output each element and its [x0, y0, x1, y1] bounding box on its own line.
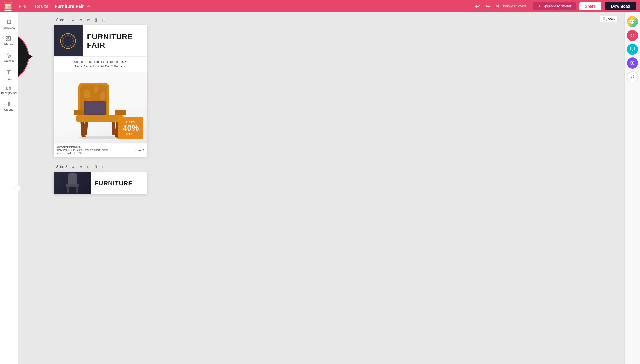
slide-delete-button[interactable]: 🗑: [93, 17, 99, 23]
upload-label: Upload: [4, 108, 13, 112]
footer-address: www.furniturefair.com Marylebone Trade C…: [57, 146, 108, 155]
slide-1-label: Slide 1: [56, 18, 67, 22]
svg-point-7: [84, 90, 90, 98]
reset-button[interactable]: ↺: [627, 71, 638, 82]
svg-rect-22: [68, 173, 77, 184]
logo-bubble-container: Add a logo: [18, 32, 29, 81]
upgrade-button[interactable]: ★ Upgrade to starter: [533, 2, 576, 10]
document-title: Furniture Fair: [55, 4, 84, 9]
slide2-duplicate-button[interactable]: ⧉: [86, 164, 91, 170]
reset-icon: ↺: [630, 74, 634, 80]
templates-icon: ⊞: [7, 19, 11, 25]
slide-header-section: FURNITURE FAIR: [54, 26, 147, 56]
slide-2-canvas[interactable]: FURNITURE: [54, 172, 147, 194]
slide-logo-circle: [60, 33, 76, 49]
sidebar-right: ↺: [624, 12, 640, 364]
sidebar-item-templates[interactable]: ⊞ Templates: [1, 16, 17, 32]
smart-resize-button[interactable]: [627, 44, 638, 55]
discount-off: OFF!: [123, 132, 139, 136]
svg-rect-31: [633, 34, 634, 35]
svg-point-29: [633, 21, 634, 22]
slide2-add-button[interactable]: ⊞: [101, 164, 107, 170]
slide2-dark-panel: [54, 172, 91, 194]
sidebar-collapse-button[interactable]: ›: [15, 185, 21, 191]
undo-button[interactable]: ↩: [473, 2, 482, 11]
color-palette-button[interactable]: [627, 16, 638, 27]
slide-logo-area[interactable]: [54, 26, 83, 56]
svg-rect-1: [8, 4, 11, 6]
redo-button[interactable]: ↪: [484, 2, 492, 11]
svg-rect-3: [8, 6, 11, 9]
sidebar-item-objects[interactable]: ◎ Objects: [1, 50, 17, 65]
svg-point-26: [631, 21, 631, 22]
slide-logo-inner: [63, 36, 74, 46]
photos-label: Photos: [4, 42, 13, 46]
svg-rect-32: [631, 36, 632, 37]
discount-percent: 40%: [123, 124, 139, 132]
slide-duplicate-button[interactable]: ⧉: [86, 17, 91, 23]
svg-rect-0: [5, 4, 8, 6]
slide-main-title: FURNITURE FAIR: [87, 32, 133, 49]
svg-point-28: [633, 20, 633, 21]
download-button[interactable]: Download: [605, 2, 636, 10]
edit-title-icon[interactable]: ✏: [87, 4, 91, 9]
svg-rect-13: [115, 110, 126, 115]
footer-website: www.furniturefair.com: [57, 146, 108, 148]
ai-design-button[interactable]: [627, 58, 638, 68]
sidebar-left: ⊞ Templates 🖼 Photos ◎ Objects T Text BG…: [0, 12, 18, 364]
twitter-icon[interactable]: 𝕏: [134, 148, 136, 152]
upload-icon: ⬆: [7, 101, 11, 107]
text-icon: T: [7, 69, 11, 76]
app-logo[interactable]: [4, 2, 13, 11]
sidebar-item-text[interactable]: T Text: [1, 66, 17, 83]
slide2-down-button[interactable]: ▼: [78, 164, 85, 170]
photos-icon: 🖼: [6, 36, 12, 42]
footer-social: 𝕏 in f: [134, 148, 144, 152]
slide2-delete-button[interactable]: 🗑: [93, 164, 99, 170]
svg-point-27: [631, 20, 632, 21]
slide-image-section[interactable]: UPTO 40% OFF!: [54, 72, 147, 143]
slide-2-header: Slide 2 ▲ ▼ ⧉ 🗑 ⊞: [27, 164, 615, 170]
slide-up-button[interactable]: ▲: [70, 17, 77, 23]
slide-2-section: Slide 2 ▲ ▼ ⧉ 🗑 ⊞: [27, 164, 615, 194]
facebook-icon[interactable]: f: [143, 148, 144, 152]
sidebar-item-background[interactable]: BG Background: [1, 84, 17, 97]
svg-rect-30: [631, 34, 632, 35]
slide-1-header: Slide 1 ▲ ▼ ⧉ 🗑 ⊞: [27, 17, 615, 23]
slide2-up-button[interactable]: ▲: [70, 164, 77, 170]
slide-add-button[interactable]: ⊞: [101, 17, 107, 23]
file-menu[interactable]: File: [16, 2, 29, 10]
slide-down-button[interactable]: ▼: [78, 17, 85, 23]
brand-kit-button[interactable]: [627, 30, 638, 41]
svg-rect-33: [633, 36, 634, 37]
svg-rect-18: [112, 122, 115, 135]
zoom-indicator: 🔍 50%: [600, 16, 618, 22]
add-logo-bubble[interactable]: Add a logo: [18, 32, 29, 81]
sidebar-item-photos[interactable]: 🖼 Photos: [1, 33, 17, 48]
slide-1-canvas[interactable]: FURNITURE FAIR Upgrade Your Home Furnitu…: [54, 26, 147, 157]
discount-badge: UPTO 40% OFF!: [118, 117, 143, 139]
objects-label: Objects: [4, 59, 14, 62]
sidebar-item-upload[interactable]: ⬆ Upload: [1, 98, 17, 114]
svg-rect-23: [66, 184, 79, 187]
slide-title-area: FURNITURE FAIR: [83, 26, 147, 56]
star-icon: ★: [538, 4, 541, 9]
svg-rect-12: [74, 110, 85, 115]
svg-rect-24: [67, 187, 69, 193]
footer-address-text: Marylebone Trade Centre, Bradberry Stree…: [57, 148, 108, 155]
objects-icon: ◎: [7, 52, 11, 58]
canvas-area[interactable]: 🔍 50% Slide 1 ▲ ▼ ⧉ 🗑 ⊞ Add: [18, 12, 624, 364]
svg-rect-34: [630, 47, 634, 50]
text-label: Text: [6, 77, 12, 80]
undo-redo-group: ↩ ↪: [473, 2, 492, 11]
topbar: File Resize Furniture Fair ✏ ↩ ↪ All Cha…: [0, 0, 640, 12]
resize-menu[interactable]: Resize: [32, 2, 51, 10]
background-icon: BG: [6, 86, 12, 90]
share-button[interactable]: Share: [579, 2, 601, 10]
svg-rect-35: [631, 50, 634, 51]
svg-rect-2: [5, 6, 8, 9]
slide-1-section: Slide 1 ▲ ▼ ⧉ 🗑 ⊞ Add a logo: [27, 17, 615, 157]
svg-rect-14: [76, 115, 124, 122]
svg-point-9: [100, 92, 105, 100]
linkedin-icon[interactable]: in: [138, 148, 141, 152]
